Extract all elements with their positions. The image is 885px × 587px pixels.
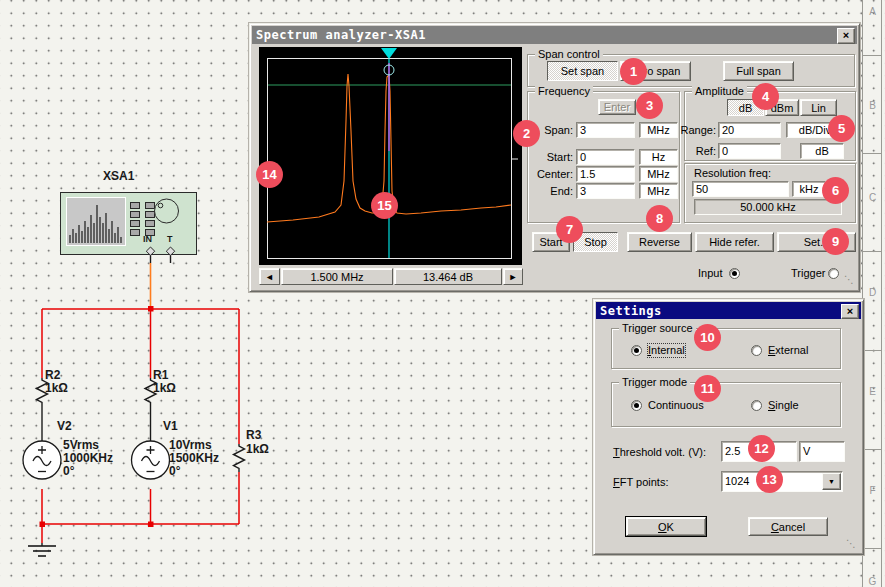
marker-right-arrow-button[interactable]: ► <box>503 268 523 285</box>
callout-badge-7: 7 <box>556 216 583 243</box>
ref-unit: dB <box>800 143 844 159</box>
marker-left-arrow-button[interactable]: ◄ <box>259 268 280 285</box>
resolution-freq-display: 50.000 kHz <box>694 199 842 215</box>
reverse-button[interactable]: Reverse <box>627 232 692 252</box>
trigger-mode-continuous-label[interactable]: Continuous <box>648 399 704 412</box>
spectrum-analyzer-icon[interactable] <box>61 193 197 256</box>
v1-ref[interactable]: V1 <box>163 420 178 433</box>
input-label: Input <box>698 267 722 280</box>
instrument-ref-label[interactable]: XSA1 <box>103 170 134 183</box>
settings-title: Settings <box>596 304 662 318</box>
range-input[interactable]: 20 <box>718 122 781 138</box>
span-input[interactable]: 3 <box>576 122 635 138</box>
ok-button[interactable]: OK <box>626 517 706 536</box>
resize-grip-icon[interactable]: ⋱ <box>846 538 856 549</box>
end-row-label: End: <box>532 185 573 198</box>
callout-badge-6: 6 <box>822 177 849 204</box>
instrument-knob <box>155 199 179 223</box>
r2-value[interactable]: 1kΩ <box>45 382 68 395</box>
trigger-mode-continuous-radio[interactable] <box>631 400 642 411</box>
resolution-freq-input[interactable]: 50 <box>692 181 789 197</box>
trigger-source-external-label[interactable]: External <box>768 344 808 357</box>
ref-label: Ref: <box>678 145 716 158</box>
center-unit: MHz <box>639 166 678 182</box>
callout-badge-9: 9 <box>822 228 849 255</box>
settings-dialog: Settings × Trigger source Internal Exter… <box>593 299 864 555</box>
center-input[interactable]: 1.5 <box>576 166 635 182</box>
r3-value[interactable]: 1kΩ <box>246 443 269 456</box>
r1-value[interactable]: 1kΩ <box>153 382 176 395</box>
trigger-source-external-radio[interactable] <box>751 345 762 356</box>
range-label: Range: <box>678 124 716 137</box>
span-control-label: Span control <box>535 48 603 60</box>
marker-frequency-readout: 1.500 MHz <box>281 268 393 285</box>
multisim-workspace: XSA1 IN T R2 1kΩ R1 1kΩ R3 1kΩ V2 5Vrms … <box>0 0 885 587</box>
full-span-button[interactable]: Full span <box>723 61 794 81</box>
callout-badge-4: 4 <box>752 83 779 110</box>
start-row-label: Start: <box>532 151 573 164</box>
threshold-label: Threshold volt. (V): <box>613 446 706 459</box>
span-unit: MHz <box>639 122 678 138</box>
trigger-label: Trigger <box>791 267 825 280</box>
v2-ref[interactable]: V2 <box>57 420 72 433</box>
callout-badge-13: 13 <box>756 466 783 493</box>
left-arrow-icon: ◄ <box>265 272 274 282</box>
close-icon[interactable]: × <box>841 304 859 319</box>
resolution-freq-unit: kHz <box>792 181 826 197</box>
fft-points-label: FFT points: <box>613 476 668 489</box>
lin-button[interactable]: Lin <box>800 99 837 116</box>
wire-junctions <box>40 306 154 527</box>
in-terminal-label: IN <box>143 233 152 246</box>
amplitude-label: Amplitude <box>692 85 747 97</box>
callout-badge-11: 11 <box>694 375 721 402</box>
spectrum-display <box>259 47 522 265</box>
spectrum-analyzer-window: Spectrum analyzer-XSA1 × ◄ 1.500 MHz <box>249 23 860 292</box>
marker-amplitude-readout: 13.464 dB <box>394 268 502 285</box>
end-input[interactable]: 3 <box>576 183 635 199</box>
start-input[interactable]: 0 <box>576 149 635 165</box>
t-terminal-label: T <box>167 233 173 246</box>
trigger-source-internal-radio[interactable] <box>631 345 642 356</box>
ref-input[interactable]: 0 <box>718 143 781 159</box>
start-unit: Hz <box>639 149 678 165</box>
center-row-label: Center: <box>532 168 573 181</box>
threshold-unit-box: V <box>799 441 845 462</box>
hide-refer-button[interactable]: Hide refer. <box>695 232 774 252</box>
settings-titlebar[interactable]: Settings <box>596 302 861 319</box>
cancel-button[interactable]: Cancel <box>748 517 828 536</box>
trigger-mode-label: Trigger mode <box>619 376 690 388</box>
resize-grip-icon[interactable]: ⋱ <box>844 274 854 285</box>
callout-badge-5: 5 <box>828 115 855 142</box>
trigger-mode-single-label[interactable]: Single <box>768 399 799 412</box>
callout-badge-14: 14 <box>256 161 283 188</box>
spectrum-analyzer-title: Spectrum analyzer-XSA1 <box>252 28 426 42</box>
v2-line3[interactable]: 0° <box>63 465 74 478</box>
callout-badge-12: 12 <box>748 435 775 462</box>
chevron-down-icon[interactable]: ▼ <box>822 473 841 490</box>
frequency-label: Frequency <box>535 85 593 97</box>
callout-badge-3: 3 <box>636 92 663 119</box>
trigger-source-internal-label[interactable]: Internal <box>648 344 685 357</box>
trigger-source-label: Trigger source <box>619 322 696 334</box>
trigger-mode-single-radio[interactable] <box>751 400 762 411</box>
r3-ref[interactable]: R3 <box>246 429 261 442</box>
resolution-freq-label: Resolution freq: <box>694 167 771 180</box>
right-arrow-icon: ► <box>509 272 518 282</box>
set-span-button[interactable]: Set span <box>547 61 618 81</box>
callout-badge-2: 2 <box>513 120 540 147</box>
fft-points-value: 1024 <box>725 475 749 487</box>
trigger-radio[interactable] <box>828 268 839 279</box>
callout-badge-8: 8 <box>646 205 673 232</box>
enter-button[interactable]: Enter <box>598 99 636 115</box>
close-icon[interactable]: × <box>837 28 855 44</box>
spectrum-analyzer-titlebar[interactable]: Spectrum analyzer-XSA1 <box>252 26 857 44</box>
callout-badge-10: 10 <box>694 324 721 351</box>
end-unit: MHz <box>639 183 678 199</box>
v1-line3[interactable]: 0° <box>169 465 180 478</box>
trigger-mode-group: Trigger mode <box>611 382 841 427</box>
callout-badge-15: 15 <box>371 192 398 219</box>
input-radio[interactable] <box>729 268 740 279</box>
callout-badge-1: 1 <box>620 58 647 85</box>
ground-symbol[interactable] <box>28 546 56 556</box>
